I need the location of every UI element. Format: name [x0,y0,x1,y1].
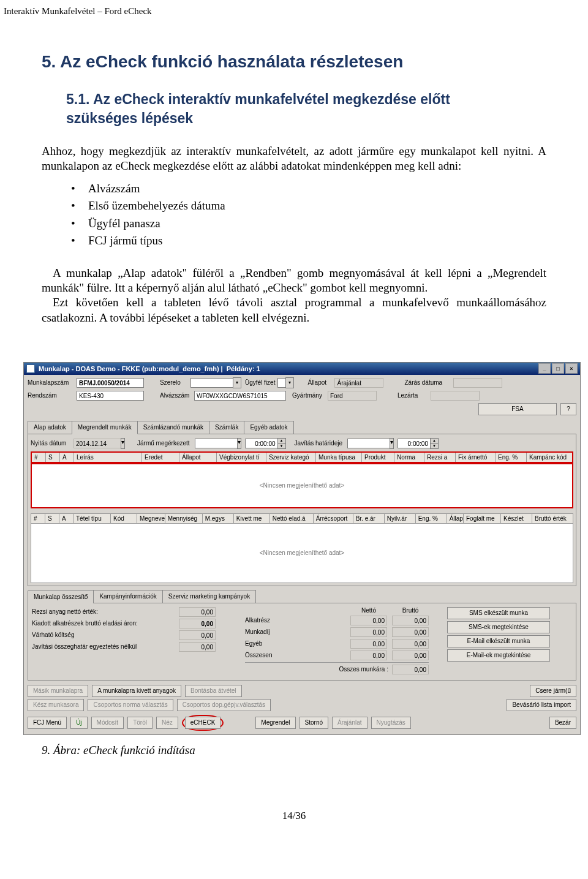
titlebar[interactable]: Munkalap - DOAS Demo - FKKE (pub:modul_d… [24,363,580,375]
masik-munkalapra-button[interactable]: Másik munkalapra [28,685,88,697]
th[interactable]: Eng. % [416,514,447,523]
select-szerelo[interactable]: ▾ [190,377,241,388]
th[interactable]: Munka típusa [316,453,362,462]
th[interactable]: Tétel típu [74,514,111,523]
th[interactable]: Leírás [74,453,142,462]
th[interactable]: # [31,514,45,523]
bevasarlo-import-button[interactable]: Bevásárló lista import [507,699,576,711]
th[interactable]: Kampánc kód [527,453,572,462]
tab-szerviz-marketing[interactable]: Szerviz marketing kampányok [162,590,256,603]
th[interactable]: Rezsi a [424,453,456,462]
minimize-button[interactable]: _ [538,363,551,374]
echeck-button[interactable]: eCHECK [185,717,221,729]
totals-mid-label: Alkatrész [245,617,350,624]
chevron-down-icon[interactable]: ▾ [121,438,125,449]
th[interactable]: Eredet [142,453,179,462]
th[interactable]: A [59,514,74,523]
field-jarmu-date[interactable] [195,439,238,448]
label-munkalapszam: Munkalapszám [28,379,77,386]
chevron-down-icon: ▾ [233,377,241,388]
th[interactable]: S [46,453,60,462]
th[interactable]: Fix árnettó [456,453,496,462]
field-gyartmany: Ford [328,391,377,401]
th[interactable]: Megnevezés [137,514,165,523]
th[interactable]: Bruttó érték [532,514,573,523]
bontasba-atvetel-button[interactable]: Bontásba átvétel [185,685,242,697]
totals-mid-label: Munkadíj [245,628,350,635]
help-button[interactable]: ? [560,403,576,415]
th[interactable]: Kivett me [234,514,270,523]
action-row-1: Másik munkalapra A munkalapra kivett any… [24,683,580,699]
th[interactable]: Állapot [447,514,464,523]
modosit-button[interactable]: Módosít [91,717,124,729]
tab-megrendelt-munkak[interactable]: Megrendelt munkák [72,421,138,434]
th[interactable]: Végbizonylat tí [217,453,266,462]
field-munkalapszam[interactable]: BFMJ.00050/2014 [77,378,144,388]
subsection-title: 5.1. Az eCheck interaktív munkafelvétel … [66,90,483,128]
kesh-munkasora-button[interactable]: Kész munkasora [28,699,84,711]
th[interactable]: Foglalt me [464,514,501,523]
tab-kampanyinfo[interactable]: Kampányinformációk [93,590,162,603]
email-view-button[interactable]: E-Mail-ek megtekintése [447,649,550,662]
label-netto: Nettó [350,607,387,614]
th[interactable]: Árrécsoport [314,514,353,523]
close-button[interactable]: × [565,363,578,374]
tab-alap-adatok[interactable]: Alap adatok [28,421,72,434]
torol-button[interactable]: Töröl [127,717,153,729]
field-jarmu-time[interactable]: 0:00:00 [245,439,278,448]
sms-view-button[interactable]: SMS-ek megtekintése [447,621,550,633]
field-rendszam[interactable]: KES-430 [77,391,144,401]
field-javhat-time[interactable]: 0:00:00 [398,439,431,448]
uj-button[interactable]: Új [70,717,87,729]
csere-jarmu-button[interactable]: Csere járm(ű [530,685,576,697]
spinner-down-icon[interactable]: ▼ [430,444,439,449]
th[interactable]: Készlet [501,514,532,523]
megrendel-button[interactable]: Megrendel [255,717,295,729]
th[interactable]: Nyilv.ár [385,514,416,523]
arajanlat-button[interactable]: Árajánlat [332,717,367,729]
th[interactable]: Szerviz kategó [266,453,316,462]
totals-brutto: 0,00 [392,627,429,637]
th[interactable]: S [45,514,59,523]
tab-szamlak[interactable]: Számlák [209,421,244,434]
totals-brutto: 0,00 [392,639,429,649]
nyugtazas-button[interactable]: Nyugtázás [371,717,411,729]
chevron-down-icon[interactable]: ▾ [237,438,241,449]
spinner-up-icon[interactable]: ▲ [277,438,286,444]
select-ugyfelfizet[interactable]: ▾ [277,377,294,388]
th[interactable]: Produkt [362,453,394,462]
field-javhat-date[interactable] [347,439,390,448]
th[interactable]: Mennyiség [165,514,203,523]
th[interactable]: # [32,453,46,462]
spinner-down-icon[interactable]: ▼ [277,444,286,449]
chevron-down-icon[interactable]: ▾ [390,438,394,449]
th[interactable]: Nettó elad.á [270,514,314,523]
window-icon [26,364,35,373]
totals-netto: 0,00 [350,616,387,625]
label-zaras: Zárás dátuma [404,379,453,386]
bezar-button[interactable]: Bezár [549,717,576,729]
tab-egyeb-adatok[interactable]: Egyéb adatok [244,421,293,434]
nez-button[interactable]: Néz [156,717,178,729]
storno-button[interactable]: Stornó [300,717,328,729]
th[interactable]: Br. e.ár [353,514,385,523]
csoportos-dop-button[interactable]: Csoportos dop.gépjv.választás [177,699,271,711]
field-alvazszam[interactable]: WF0WXXGCDW6S71015 [194,391,286,401]
totals-netto: 0,00 [350,651,387,660]
th[interactable]: M.egys [203,514,234,523]
maximize-button[interactable]: □ [552,363,564,374]
fsa-button[interactable]: FSA [478,403,557,415]
csoportos-norma-button[interactable]: Csoportos norma választás [88,699,173,711]
th[interactable]: Norma [394,453,424,462]
th[interactable]: Eng. % [496,453,527,462]
tab-szamlazando-munkak[interactable]: Számlázandó munkák [137,421,209,434]
email-done-button[interactable]: E-Mail elkészült munka [447,635,550,647]
th[interactable]: Állapot [179,453,217,462]
th[interactable]: Kód [111,514,137,523]
fcj-menu-button[interactable]: FCJ Menü [28,717,67,729]
spinner-up-icon[interactable]: ▲ [430,438,439,444]
kivett-anyagok-button[interactable]: A munkalapra kivett anyagok [92,685,181,697]
tab-munkalap-osszesito[interactable]: Munkalap összesítő [28,590,94,603]
th[interactable]: A [60,453,74,462]
sms-done-button[interactable]: SMS elkészült munka [447,607,550,619]
